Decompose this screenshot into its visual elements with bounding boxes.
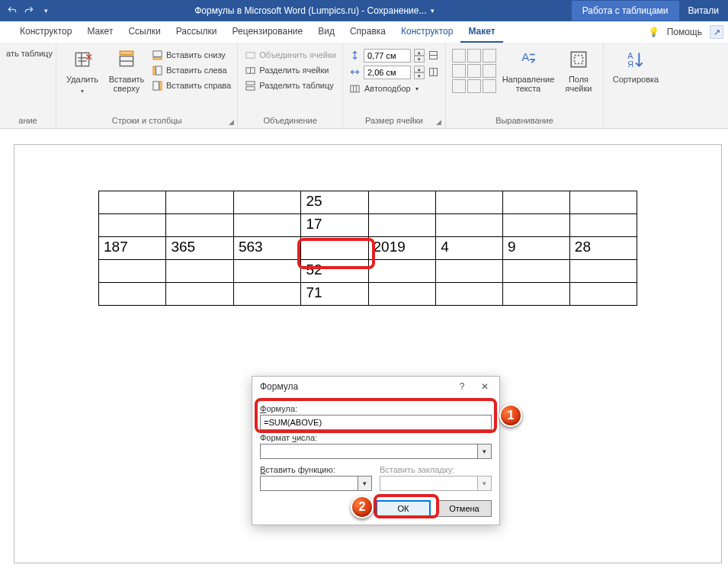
chevron-down-icon[interactable]: ▾ [358,477,371,490]
svg-rect-32 [571,52,586,67]
table-cell[interactable]: 17 [301,214,368,237]
col-width-input[interactable] [364,66,411,79]
tab-layout[interactable]: Макет [79,21,120,43]
table-cell[interactable] [436,214,503,237]
tab-constructor[interactable]: Конструктор [12,21,79,43]
share-icon[interactable]: ↗ [710,25,723,39]
insert-below-button[interactable]: Вставить снизу [151,49,231,61]
table-cell[interactable]: 563 [233,237,300,260]
table-cell[interactable] [233,283,300,306]
insert-right-button[interactable]: Вставить справа [151,79,231,91]
align-mid-center-button[interactable] [467,64,481,78]
table-cell[interactable]: 71 [301,283,368,306]
distribute-cols-icon[interactable] [428,66,439,79]
table-cell[interactable]: 9 [503,237,570,260]
table-cell[interactable] [368,260,436,283]
formula-input[interactable] [260,415,492,430]
ok-button[interactable]: ОК [376,500,431,517]
align-bot-right-button[interactable] [483,79,496,93]
cell-margins-button[interactable]: Поля ячейки [560,46,597,93]
delete-button[interactable]: Удалить ▾ [63,46,102,95]
draw-table-button[interactable]: ать таблицу [6,49,53,58]
table-cell[interactable] [301,237,368,260]
table-cell[interactable]: 52 [301,260,368,283]
split-cells-button[interactable]: Разделить ячейки [244,64,336,76]
table-cell[interactable] [233,191,300,214]
tab-tell-me[interactable]: Помощь [664,22,705,42]
table-cell[interactable]: 25 [301,191,368,214]
table-cell[interactable]: 28 [569,237,637,260]
align-bot-center-button[interactable] [467,79,481,93]
table-cell[interactable] [569,191,637,214]
qat-dropdown-icon[interactable]: ▾ [40,5,52,17]
table-cell[interactable]: 187 [99,237,166,260]
table-cell[interactable] [368,283,436,306]
table-cell[interactable] [166,260,233,283]
tell-me-icon[interactable]: 💡 [648,27,659,37]
insert-left-button[interactable]: Вставить слева [151,64,231,76]
table-cell[interactable] [166,191,233,214]
table-cell[interactable] [99,214,166,237]
word-table[interactable]: 2517187365563201949285271 [98,191,637,306]
height-up-icon[interactable]: ▴ [414,49,425,56]
align-mid-right-button[interactable] [483,64,496,78]
table-cell[interactable] [436,191,503,214]
tab-references[interactable]: Ссылки [120,21,168,43]
insert-above-button[interactable]: Вставить сверху [107,46,146,93]
row-height-input[interactable] [364,49,411,63]
table-cell[interactable] [503,191,570,214]
sort-button[interactable]: АЯ Сортировка [610,46,662,84]
chevron-down-icon[interactable]: ▾ [477,444,491,458]
split-table-button[interactable]: Разделить таблицу [244,79,336,91]
close-icon[interactable]: ✕ [473,377,496,396]
cell-size-launcher-icon[interactable]: ◢ [435,117,444,127]
table-cell[interactable] [503,260,570,283]
table-cell[interactable]: 2019 [368,237,436,260]
table-cell[interactable] [503,283,570,306]
table-cell[interactable] [569,214,637,237]
height-down-icon[interactable]: ▾ [414,56,425,63]
redo-icon[interactable] [23,5,35,17]
table-cell[interactable] [569,283,637,306]
table-cell[interactable] [233,260,300,283]
table-cell[interactable] [233,214,300,237]
align-top-right-button[interactable] [483,49,496,63]
tab-view[interactable]: Вид [310,21,342,43]
distribute-rows-icon[interactable] [428,50,439,63]
help-icon[interactable]: ? [451,377,473,396]
table-cell[interactable] [368,191,436,214]
table-cell[interactable] [99,191,166,214]
tab-help[interactable]: Справка [342,21,393,43]
table-cell[interactable] [99,283,166,306]
number-format-combo[interactable]: ▾ [260,444,492,459]
tab-table-constructor[interactable]: Конструктор [393,21,460,43]
align-top-left-button[interactable] [452,49,466,63]
table-cell[interactable]: 365 [166,237,233,260]
table-cell[interactable] [99,260,166,283]
title-dropdown-icon[interactable]: ▾ [431,7,435,14]
insert-function-combo[interactable]: ▾ [260,476,372,491]
table-cell[interactable] [436,260,503,283]
rows-cols-launcher-icon[interactable]: ◢ [226,117,236,127]
table-cell[interactable] [166,214,233,237]
text-direction-button[interactable]: A Направление текста [501,46,556,93]
user-name[interactable]: Витали [679,5,728,16]
align-mid-left-button[interactable] [452,64,466,78]
table-cell[interactable]: 4 [436,237,503,260]
undo-icon[interactable] [6,5,18,17]
tab-table-layout[interactable]: Макет [460,21,502,43]
width-up-icon[interactable]: ▴ [414,66,425,72]
width-down-icon[interactable]: ▾ [414,72,425,79]
table-cell[interactable] [569,260,637,283]
dialog-title-bar[interactable]: Формула ? ✕ [252,377,499,396]
align-bot-left-button[interactable] [452,79,466,93]
tab-mailings[interactable]: Рассылки [168,21,225,43]
table-cell[interactable] [166,283,233,306]
table-cell[interactable] [436,283,503,306]
cancel-button[interactable]: Отмена [437,500,492,517]
tab-review[interactable]: Рецензирование [225,21,311,43]
table-cell[interactable] [368,214,436,237]
align-top-center-button[interactable] [467,49,481,63]
autofit-button[interactable]: Автоподбор ▾ [349,82,439,95]
table-cell[interactable] [503,214,570,237]
